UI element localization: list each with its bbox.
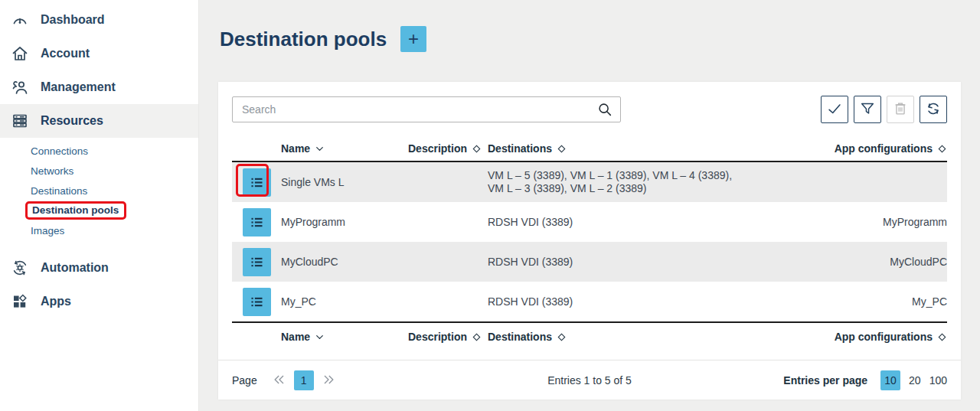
pool-app-configurations: MyProgramm	[775, 216, 947, 228]
people-icon	[10, 77, 30, 97]
column-header-description[interactable]: Description	[408, 331, 488, 343]
gauge-icon	[10, 10, 30, 30]
funnel-icon	[859, 100, 876, 119]
add-pool-button[interactable]: +	[400, 26, 426, 52]
pool-destinations: RDSH VDI (3389)	[488, 295, 775, 308]
list-icon	[249, 254, 265, 270]
sidebar-item-management[interactable]: Management	[0, 70, 198, 104]
sidebar-item-destination-pools[interactable]: Destination pools	[0, 201, 198, 220]
sort-diamond-icon	[937, 332, 947, 342]
delete-button[interactable]	[887, 96, 914, 123]
sub-item-label: Destinations	[31, 185, 87, 197]
sidebar-item-destinations[interactable]: Destinations	[0, 181, 198, 201]
pool-name: MyProgramm	[281, 216, 408, 228]
page-number-button[interactable]: 1	[294, 370, 314, 390]
server-icon	[10, 111, 30, 131]
table-footer-header-row: Name Description Destinations	[232, 321, 947, 351]
sidebar-item-connections[interactable]: Connections	[0, 141, 198, 161]
page-header: Destination pools +	[199, 0, 980, 52]
pool-destinations: RDSH VDI (3389)	[488, 216, 775, 229]
sub-item-label: Networks	[31, 165, 74, 177]
table-row[interactable]: MyCloudPC RDSH VDI (3389) MyCloudPC	[232, 242, 947, 282]
sub-item-label: Connections	[31, 145, 88, 157]
chevron-down-icon	[315, 144, 325, 154]
sidebar-item-label: Apps	[41, 295, 71, 308]
column-header-description[interactable]: Description	[408, 142, 488, 155]
destination-pools-panel: Name Description Destinations	[218, 82, 961, 400]
sort-diamond-icon	[557, 332, 567, 342]
sidebar-item-resources[interactable]: Resources	[0, 104, 198, 138]
sidebar-item-dashboard[interactable]: Dashboard	[0, 3, 198, 37]
sidebar-item-label: Automation	[41, 261, 109, 275]
search-input[interactable]	[232, 96, 621, 122]
last-page-button[interactable]	[320, 372, 337, 389]
per-page-option-20[interactable]: 20	[909, 374, 921, 387]
search-icon[interactable]	[596, 101, 613, 118]
table-toolbar	[821, 96, 947, 123]
trash-icon	[892, 100, 909, 119]
sidebar-item-label: Management	[41, 80, 116, 94]
page-title: Destination pools	[220, 28, 387, 51]
pagination-bar: Page 1 Entries 1 to 5 of 5 Entries per p…	[218, 360, 961, 400]
sub-item-label: Destination pools	[32, 204, 119, 216]
pool-details-button[interactable]	[243, 248, 271, 276]
pool-app-configurations: MyCloudPC	[775, 256, 947, 268]
sort-diamond-icon	[472, 144, 482, 154]
pool-app-configurations: My_PC	[775, 295, 947, 308]
search-bar	[232, 96, 621, 122]
sync-icon	[925, 100, 942, 119]
table-row[interactable]: Single VMs L VM L – 5 (3389), VM L – 1 (…	[232, 162, 947, 202]
entries-per-page-label: Entries per page	[783, 374, 867, 387]
home-icon	[10, 44, 30, 64]
pool-name: MyCloudPC	[281, 256, 408, 268]
filter-button[interactable]	[854, 96, 881, 123]
per-page-option-100[interactable]: 100	[929, 374, 947, 387]
list-icon	[249, 214, 265, 230]
automation-icon	[10, 258, 30, 278]
sidebar: Dashboard Account Management	[0, 0, 199, 411]
apps-icon	[10, 292, 30, 312]
column-header-app-configurations[interactable]: App configurations	[775, 331, 947, 343]
sidebar-item-networks[interactable]: Networks	[0, 161, 198, 181]
column-header-app-configurations[interactable]: App configurations	[775, 142, 947, 155]
page-label: Page	[232, 374, 257, 387]
double-chevron-left-icon	[272, 372, 287, 387]
table-header-row: Name Description Destinations	[232, 136, 947, 162]
main-content: Destination pools +	[199, 0, 980, 411]
annotation-box: Destination pools	[25, 201, 126, 220]
per-page-option-10[interactable]: 10	[880, 370, 900, 390]
chevron-down-icon	[315, 332, 325, 342]
sidebar-item-images[interactable]: Images	[0, 220, 198, 240]
sort-diamond-icon	[472, 332, 482, 342]
refresh-button[interactable]	[920, 96, 947, 123]
column-header-name[interactable]: Name	[281, 331, 408, 343]
sort-diamond-icon	[557, 144, 567, 154]
column-header-name[interactable]: Name	[281, 142, 408, 155]
pool-details-button[interactable]	[243, 168, 271, 197]
table-row[interactable]: MyProgramm RDSH VDI (3389) MyProgramm	[232, 202, 947, 242]
column-header-destinations[interactable]: Destinations	[488, 331, 775, 343]
sort-diamond-icon	[937, 144, 947, 154]
double-chevron-right-icon	[321, 372, 336, 387]
pool-details-button[interactable]	[243, 288, 271, 316]
sub-item-label: Images	[31, 225, 64, 236]
sidebar-item-label: Resources	[41, 114, 103, 128]
list-icon	[249, 294, 265, 310]
pool-destinations: VM L – 5 (3389), VM L – 1 (3389), VM L –…	[488, 169, 775, 195]
entries-info: Entries 1 to 5 of 5	[547, 374, 632, 387]
resources-subnav: Connections Networks Destinations Destin…	[0, 138, 198, 245]
sidebar-item-apps[interactable]: Apps	[0, 285, 198, 318]
select-button[interactable]	[821, 96, 848, 123]
sidebar-item-automation[interactable]: Automation	[0, 251, 198, 285]
sidebar-item-account[interactable]: Account	[0, 37, 198, 70]
list-icon	[249, 175, 265, 191]
sidebar-item-label: Dashboard	[41, 13, 105, 27]
pool-details-button[interactable]	[243, 208, 271, 236]
pool-destinations: RDSH VDI (3389)	[488, 256, 775, 269]
table-row[interactable]: My_PC RDSH VDI (3389) My_PC	[232, 282, 947, 321]
pool-name: My_PC	[281, 295, 408, 308]
column-header-destinations[interactable]: Destinations	[488, 142, 775, 155]
check-icon	[826, 100, 843, 119]
destination-pools-table: Name Description Destinations	[232, 136, 947, 351]
first-page-button[interactable]	[271, 372, 288, 389]
